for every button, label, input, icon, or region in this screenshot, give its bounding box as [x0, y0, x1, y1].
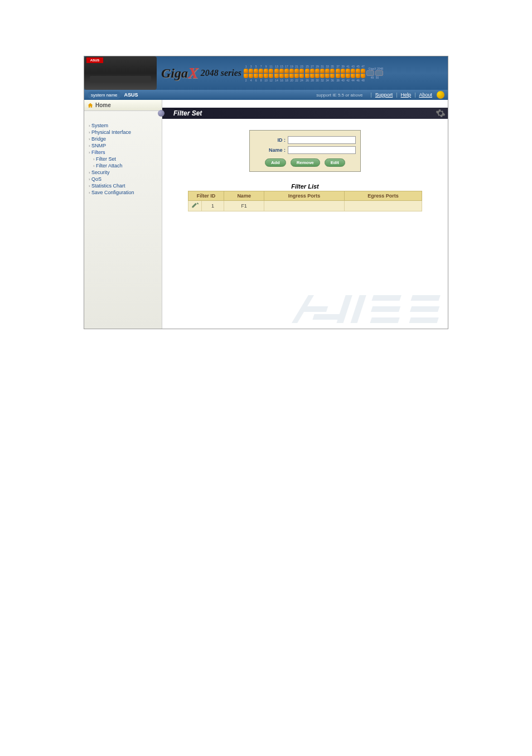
- col-ingress: Ingress Ports: [264, 191, 345, 201]
- brand-giga: Giga: [161, 66, 188, 81]
- product-name: Giga X 2048 series: [157, 56, 241, 90]
- id-input[interactable]: [288, 136, 356, 144]
- nav-filter-set[interactable]: Filter Set: [89, 156, 159, 162]
- nav-filters[interactable]: Filters: [89, 149, 159, 156]
- svg-rect-8: [411, 295, 441, 301]
- edit-button[interactable]: Edit: [325, 158, 345, 167]
- browser-requirement: support IE 5.5 or above: [316, 93, 362, 98]
- col-filter-id: Filter ID: [188, 191, 224, 201]
- about-link[interactable]: About: [419, 92, 432, 98]
- nav-snmp[interactable]: SNMP: [89, 142, 159, 149]
- id-label: ID :: [254, 137, 286, 143]
- filter-list-title: Filter List: [162, 183, 448, 190]
- svg-rect-7: [370, 317, 400, 323]
- background-asus-logo: [280, 290, 448, 329]
- nav-save-configuration[interactable]: Save Configuration: [89, 189, 159, 196]
- sidebar: Home System Physical Interface Bridge SN…: [84, 100, 162, 329]
- svg-rect-5: [372, 295, 402, 301]
- support-link[interactable]: Support: [375, 92, 393, 98]
- home-icon: [88, 103, 93, 108]
- panel-title-bar: Filter Set: [162, 108, 448, 119]
- nav-qos[interactable]: QoS: [89, 176, 159, 182]
- svg-rect-9: [410, 306, 439, 312]
- filter-table: Filter ID Name Ingress Ports Egress Port…: [188, 191, 422, 211]
- content-area: Filter Set ID : Name : Add Remove Edit: [162, 100, 448, 329]
- brand-series: 2048 series: [201, 68, 241, 78]
- nav-filter-attach[interactable]: Filter Attach: [89, 162, 159, 169]
- nav-system[interactable]: System: [89, 122, 159, 129]
- help-link[interactable]: Help: [401, 92, 412, 98]
- svg-marker-0: [292, 295, 314, 323]
- svg-rect-6: [371, 306, 400, 312]
- col-egress: Egress Ports: [344, 191, 422, 201]
- nav-home-label: Home: [95, 102, 111, 108]
- gear-icon: [436, 108, 446, 118]
- system-name-label: system name: [88, 92, 121, 99]
- cell-egress: [344, 201, 422, 211]
- nav-security[interactable]: Security: [89, 169, 159, 176]
- sfp-port-49[interactable]: [366, 70, 374, 76]
- port-numbers-top: 1357911: [244, 65, 273, 68]
- header-bar: ASUS Giga X 2048 series 1357911 24681012…: [84, 56, 448, 90]
- svg-rect-4: [351, 295, 366, 323]
- svg-rect-1: [304, 306, 328, 312]
- brand-x: X: [188, 64, 199, 82]
- asus-badge: ASUS: [86, 57, 103, 63]
- sfp-port-50[interactable]: [375, 70, 383, 76]
- nav-list: System Physical Interface Bridge SNMP Fi…: [84, 111, 162, 198]
- app-window: ASUS Giga X 2048 series 1357911 24681012…: [84, 56, 448, 329]
- nav-home[interactable]: Home: [84, 100, 162, 111]
- svg-rect-3: [337, 295, 352, 323]
- port-panel: 1357911 24681012 131517192123 1416182022…: [241, 56, 448, 90]
- nav-bridge[interactable]: Bridge: [89, 136, 159, 142]
- name-input[interactable]: [288, 146, 356, 154]
- sub-header: system name ASUS support IE 5.5 or above…: [84, 90, 448, 100]
- nav-physical-interface[interactable]: Physical Interface: [89, 129, 159, 136]
- nav-statistics-chart[interactable]: Statistics Chart: [89, 182, 159, 189]
- cell-ingress: [264, 201, 345, 211]
- cell-id: 1: [202, 201, 224, 211]
- add-button[interactable]: Add: [265, 158, 286, 167]
- cell-name: F1: [224, 201, 264, 211]
- main-area: Home System Physical Interface Bridge SN…: [84, 100, 448, 329]
- system-name-value: ASUS: [124, 92, 138, 98]
- filter-form: ID : Name : Add Remove Edit: [249, 130, 361, 172]
- logout-button[interactable]: [437, 91, 444, 99]
- table-row[interactable]: 1 F1: [188, 201, 422, 211]
- col-name: Name: [224, 191, 264, 201]
- sfp-ports: GigaX 2048 4950: [366, 67, 383, 79]
- switch-illustration: ASUS: [84, 56, 157, 90]
- edit-row-icon[interactable]: [191, 203, 199, 208]
- svg-rect-10: [409, 317, 439, 323]
- panel-title: Filter Set: [173, 109, 202, 117]
- remove-button[interactable]: Remove: [291, 158, 320, 167]
- name-label: Name :: [254, 147, 286, 153]
- svg-rect-2: [312, 314, 342, 320]
